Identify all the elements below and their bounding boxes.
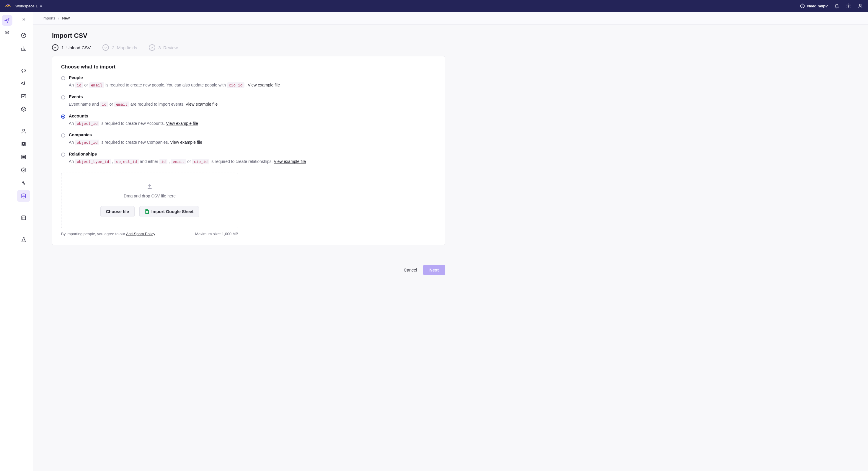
option-desc: An object_id is required to create new C… <box>69 139 436 146</box>
option-label: People <box>69 75 436 80</box>
upload-icon <box>67 184 232 191</box>
step-check-icon <box>149 44 155 51</box>
cancel-button[interactable]: Cancel <box>404 268 417 272</box>
import-card: Choose what to import People An id or em… <box>52 56 445 245</box>
side-rail <box>14 12 33 471</box>
footer-actions: Cancel Next <box>33 257 464 281</box>
import-gsheet-label: Import Google Sheet <box>151 209 194 214</box>
step-2-map: 2. Map fields <box>102 44 137 51</box>
option-relationships[interactable]: Relationships An object_type_id , object… <box>61 152 436 169</box>
page-body: Imports / New Import CSV 1. Upload CSV 2… <box>33 12 868 471</box>
help-icon <box>800 3 805 9</box>
nav-content[interactable] <box>17 212 30 224</box>
example-link[interactable]: View example file <box>186 102 218 106</box>
example-link[interactable]: View example file <box>274 159 306 164</box>
step-label: 2. Map fields <box>112 45 137 50</box>
breadcrumb-current: New <box>62 16 70 20</box>
nav-segments[interactable] <box>17 164 30 176</box>
nav-experiments[interactable] <box>17 234 30 246</box>
option-desc: Event name and id or email are required … <box>69 101 436 108</box>
radio-icon <box>61 133 65 137</box>
step-label: 3. Review <box>158 45 178 50</box>
svg-point-19 <box>22 194 25 195</box>
chevron-updown-icon <box>39 4 42 8</box>
svg-rect-14 <box>24 156 25 157</box>
nav-deliveries[interactable] <box>17 103 30 115</box>
radio-icon <box>61 76 65 80</box>
step-check-icon <box>52 44 58 51</box>
steps: 1. Upload CSV 2. Map fields 3. Review <box>52 44 445 51</box>
svg-point-3 <box>848 5 849 7</box>
nav-activity[interactable] <box>17 177 30 189</box>
option-desc: An id or email is required to create new… <box>69 82 436 89</box>
option-events[interactable]: Events Event name and id or email are re… <box>61 94 436 112</box>
gear-icon[interactable] <box>845 3 851 9</box>
max-size-text: Maximum size: 1,000 MB <box>195 232 238 236</box>
option-label: Companies <box>69 132 436 137</box>
option-label: Accounts <box>69 114 436 118</box>
google-sheet-icon <box>145 209 149 214</box>
nav-data-index[interactable] <box>17 190 30 202</box>
nav-dashboard[interactable] <box>17 30 30 41</box>
option-desc: An object_id is required to create new A… <box>69 120 436 127</box>
nav-people[interactable] <box>17 125 30 137</box>
choose-file-button[interactable]: Choose file <box>100 206 135 217</box>
section-heading: Choose what to import <box>61 64 436 70</box>
profile-icon[interactable] <box>857 3 863 9</box>
breadcrumb-root[interactable]: Imports <box>42 16 55 20</box>
svg-rect-15 <box>23 157 23 158</box>
workspace-label: Workspace 1 <box>16 4 38 8</box>
option-label: Events <box>69 94 436 99</box>
nav-broadcasts[interactable] <box>17 77 30 89</box>
nav-objects[interactable] <box>17 151 30 163</box>
far-rail-send[interactable] <box>2 15 12 26</box>
app-logo[interactable] <box>5 3 11 9</box>
nav-journeys[interactable] <box>17 64 30 76</box>
breadcrumb: Imports / New <box>33 12 868 25</box>
svg-point-2 <box>802 7 803 7</box>
far-rail-layers[interactable] <box>2 27 12 38</box>
svg-rect-13 <box>23 156 23 157</box>
nav-transactional[interactable] <box>17 90 30 102</box>
option-desc: An object_type_id , object_id and either… <box>69 158 436 165</box>
svg-point-18 <box>23 169 24 170</box>
svg-rect-20 <box>22 216 25 220</box>
svg-rect-16 <box>24 157 25 158</box>
option-people[interactable]: People An id or email is required to cre… <box>61 75 436 93</box>
dropzone[interactable]: Drag and drop CSV file here Choose file … <box>61 172 238 228</box>
option-accounts[interactable]: Accounts An object_id is required to cre… <box>61 114 436 131</box>
dropzone-text: Drag and drop CSV file here <box>67 194 232 198</box>
option-companies[interactable]: Companies An object_id is required to cr… <box>61 132 436 150</box>
bell-icon[interactable] <box>834 3 840 9</box>
svg-point-7 <box>22 69 25 72</box>
breadcrumb-sep: / <box>58 16 59 20</box>
svg-point-11 <box>23 143 24 144</box>
step-label: 1. Upload CSV <box>61 45 91 50</box>
topbar: Workspace 1 Need help? <box>0 0 868 12</box>
nav-analytics[interactable] <box>17 42 30 54</box>
example-link[interactable]: View example file <box>170 140 202 145</box>
anti-spam-link[interactable]: Anti-Spam Policy <box>126 232 155 236</box>
workspace-switcher[interactable]: Workspace 1 <box>16 4 42 8</box>
svg-rect-8 <box>21 94 26 98</box>
page-title: Import CSV <box>52 32 445 39</box>
agree-text: By importing people, you agree to our An… <box>61 232 155 236</box>
radio-icon <box>61 115 65 119</box>
svg-point-9 <box>23 129 25 131</box>
help-link[interactable]: Need help? <box>800 3 828 9</box>
meta-row: By importing people, you agree to our An… <box>61 232 238 236</box>
help-label: Need help? <box>807 4 828 8</box>
step-check-icon <box>102 44 109 51</box>
option-label: Relationships <box>69 152 436 156</box>
next-button[interactable]: Next <box>423 265 445 275</box>
expand-sidebar-button[interactable] <box>17 14 30 25</box>
step-3-review: 3. Review <box>149 44 178 51</box>
radio-icon <box>61 95 65 99</box>
example-link[interactable]: View example file <box>166 121 198 126</box>
nav-people-card[interactable] <box>17 138 30 150</box>
step-1-upload: 1. Upload CSV <box>52 44 91 51</box>
svg-point-0 <box>7 4 8 5</box>
svg-point-4 <box>860 4 861 6</box>
import-gsheet-button[interactable]: Import Google Sheet <box>140 206 199 217</box>
example-link[interactable]: View example file <box>248 83 280 87</box>
